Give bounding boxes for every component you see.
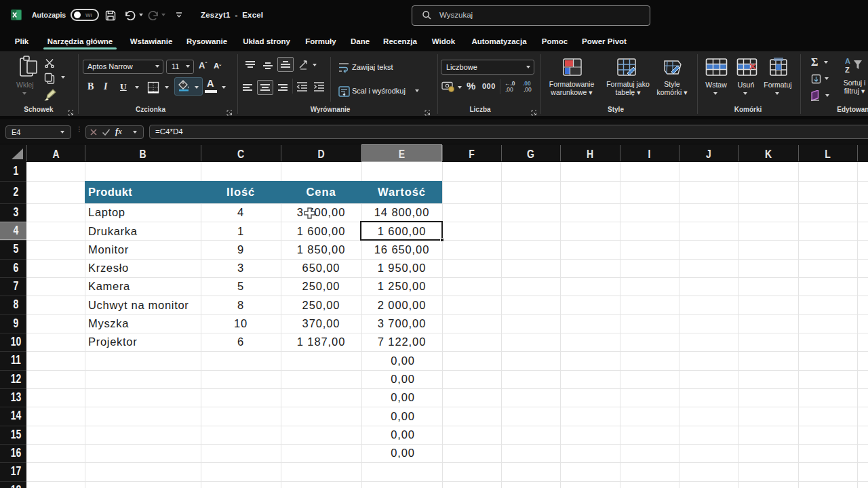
svg-text:A: A: [845, 57, 850, 65]
svg-text:,00: ,00: [505, 86, 513, 93]
svg-text:Z: Z: [845, 66, 850, 74]
svg-text:,00: ,00: [524, 86, 532, 93]
